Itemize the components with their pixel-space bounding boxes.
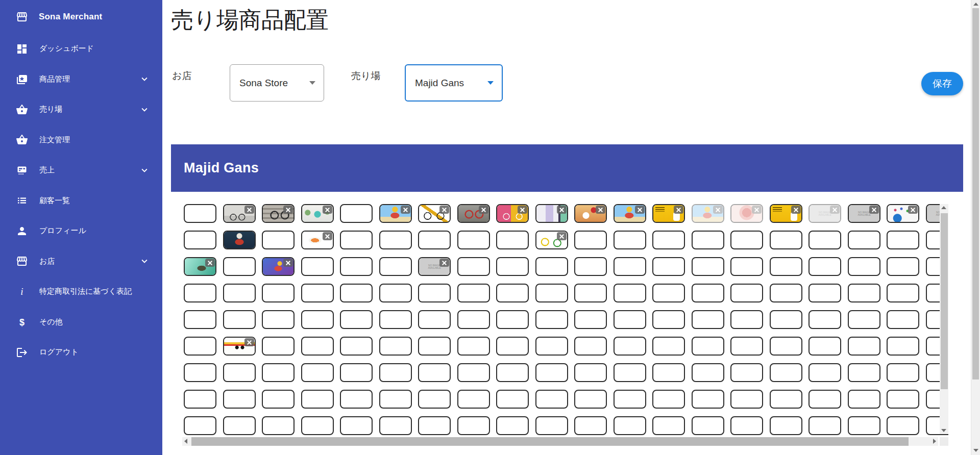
- grid-cell-empty[interactable]: [887, 363, 919, 382]
- grid-cell-empty[interactable]: [301, 390, 334, 409]
- grid-cell-empty[interactable]: [457, 337, 490, 356]
- grid-cell-empty[interactable]: [574, 310, 607, 329]
- grid-cell-product[interactable]: [730, 204, 763, 223]
- grid-cell-product[interactable]: [692, 204, 724, 223]
- remove-product-button[interactable]: [557, 232, 567, 240]
- grid-cell-empty[interactable]: [457, 231, 490, 249]
- grid-cell-empty[interactable]: [535, 363, 568, 382]
- grid-cell-product[interactable]: [262, 257, 295, 276]
- grid-cell-empty[interactable]: [379, 284, 412, 302]
- grid-cell-empty[interactable]: [184, 284, 216, 302]
- grid-cell-empty[interactable]: [770, 416, 802, 435]
- grid-cell-empty[interactable]: [379, 416, 412, 435]
- grid-cell-empty[interactable]: [223, 257, 256, 276]
- remove-product-button[interactable]: [323, 206, 332, 214]
- grid-cell-product[interactable]: [418, 204, 451, 223]
- grid-cell-empty[interactable]: [457, 390, 490, 409]
- chevron-down-icon[interactable]: [139, 104, 150, 115]
- grid-cell-empty[interactable]: [808, 416, 841, 435]
- remove-product-button[interactable]: [518, 206, 527, 214]
- scroll-left-icon[interactable]: [184, 439, 187, 444]
- grid-cell-empty[interactable]: [301, 284, 334, 302]
- grid-cell-empty[interactable]: [848, 310, 880, 329]
- grid-cell-empty[interactable]: [457, 284, 490, 302]
- grid-cell-empty[interactable]: [301, 416, 334, 435]
- grid-cell-empty[interactable]: [574, 231, 607, 249]
- grid-cell-empty[interactable]: [770, 310, 802, 329]
- grid-cell-empty[interactable]: [184, 231, 216, 249]
- remove-product-button[interactable]: [479, 206, 488, 214]
- grid-cell-empty[interactable]: [262, 390, 295, 409]
- page-scroll-thumb[interactable]: [972, 8, 979, 380]
- grid-cell-product[interactable]: [262, 204, 295, 223]
- remove-product-button[interactable]: [283, 259, 293, 267]
- remove-product-button[interactable]: [752, 206, 762, 214]
- grid-cell-empty[interactable]: [614, 337, 646, 356]
- grid-cell-empty[interactable]: [887, 390, 919, 409]
- grid-cell-product[interactable]: [223, 337, 256, 356]
- remove-product-button[interactable]: [439, 259, 449, 267]
- remove-product-button[interactable]: [401, 206, 410, 214]
- remove-product-button[interactable]: [635, 206, 645, 214]
- grid-cell-empty[interactable]: [340, 204, 373, 223]
- grid-cell-empty[interactable]: [652, 363, 685, 382]
- scroll-down-icon[interactable]: [941, 429, 946, 432]
- grid-cell-empty[interactable]: [535, 390, 568, 409]
- grid-cell-empty[interactable]: [496, 337, 529, 356]
- grid-cell-empty[interactable]: [457, 257, 490, 276]
- sidebar-item-floor[interactable]: 売り場: [0, 94, 162, 125]
- remove-product-button[interactable]: [205, 259, 215, 267]
- grid-cell-empty[interactable]: [379, 363, 412, 382]
- brand[interactable]: Sona Merchant: [0, 0, 162, 34]
- grid-cell-product[interactable]: NO IMAGEAVAILABLE: [808, 204, 841, 223]
- grid-cell-empty[interactable]: [262, 310, 295, 329]
- grid-cell-product[interactable]: [496, 204, 529, 223]
- sidebar-item-shop[interactable]: お店: [0, 246, 162, 277]
- remove-product-button[interactable]: [557, 206, 567, 214]
- grid-cell-empty[interactable]: [535, 310, 568, 329]
- grid-cell-empty[interactable]: [340, 416, 373, 435]
- grid-cell-empty[interactable]: [730, 363, 763, 382]
- sidebar-item-sales[interactable]: 売上: [0, 155, 162, 186]
- grid-cell-empty[interactable]: [340, 284, 373, 302]
- grid-cell-empty[interactable]: [652, 310, 685, 329]
- grid-cell-empty[interactable]: [848, 257, 880, 276]
- grid-cell-product[interactable]: [223, 204, 256, 223]
- grid-cell-empty[interactable]: [457, 363, 490, 382]
- grid-cell-empty[interactable]: [848, 390, 880, 409]
- grid-cell-empty[interactable]: [887, 257, 919, 276]
- grid-cell-product[interactable]: [535, 231, 568, 249]
- grid-cell-empty[interactable]: [496, 363, 529, 382]
- grid-cell-empty[interactable]: [418, 310, 451, 329]
- grid-cell-product[interactable]: [184, 257, 216, 276]
- grid-cell-empty[interactable]: [340, 363, 373, 382]
- grid-cell-empty[interactable]: [692, 363, 724, 382]
- grid-cell-empty[interactable]: [496, 284, 529, 302]
- remove-product-button[interactable]: [596, 206, 605, 214]
- grid-cell-empty[interactable]: [652, 337, 685, 356]
- grid-cell-empty[interactable]: [730, 337, 763, 356]
- grid-cell-empty[interactable]: [340, 231, 373, 249]
- grid-cell-product[interactable]: [652, 204, 685, 223]
- grid-cell-empty[interactable]: [301, 310, 334, 329]
- grid-cell-empty[interactable]: [418, 363, 451, 382]
- grid-cell-empty[interactable]: [730, 284, 763, 302]
- remove-product-button[interactable]: [323, 232, 332, 240]
- grid-cell-empty[interactable]: [887, 284, 919, 302]
- grid-cell-empty[interactable]: [184, 204, 216, 223]
- floor-select[interactable]: Majid Gans: [405, 64, 503, 102]
- grid-cell-empty[interactable]: [340, 310, 373, 329]
- scroll-right-icon[interactable]: [933, 439, 936, 444]
- grid-cell-empty[interactable]: [808, 363, 841, 382]
- grid-cell-empty[interactable]: [887, 310, 919, 329]
- remove-product-button[interactable]: [869, 206, 879, 214]
- grid-cell-empty[interactable]: [887, 337, 919, 356]
- grid-cell-empty[interactable]: [184, 416, 216, 435]
- grid-cell-empty[interactable]: [496, 416, 529, 435]
- grid-cell-empty[interactable]: [223, 310, 256, 329]
- grid-cell-empty[interactable]: [614, 310, 646, 329]
- grid-cell-empty[interactable]: [496, 257, 529, 276]
- grid-cell-empty[interactable]: [184, 363, 216, 382]
- grid-cell-empty[interactable]: [652, 416, 685, 435]
- grid-cell-product[interactable]: NO IMAGEAVAILABLE: [418, 257, 451, 276]
